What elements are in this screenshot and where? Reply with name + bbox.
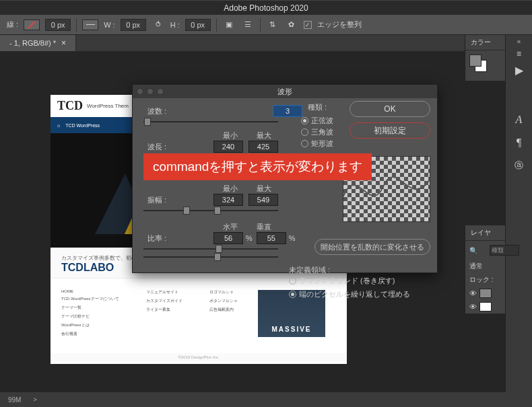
type-square[interactable]: 矩形波	[301, 138, 333, 149]
glyphs-icon[interactable]: ⓐ	[508, 154, 531, 177]
dialog-title: 波形	[133, 87, 437, 97]
lock-row: ロック :	[465, 273, 505, 287]
footer-link: テーマ比較ナビ	[61, 312, 119, 321]
layer-row[interactable]: 👁	[465, 300, 505, 313]
layer-row[interactable]: 👁	[465, 287, 505, 300]
layers-tab[interactable]: レイヤ	[465, 225, 505, 241]
align-edges-label: エッジを整列	[317, 20, 362, 30]
color-panel[interactable]: カラー	[465, 35, 505, 81]
footer-link: HOME	[61, 288, 119, 295]
play-icon[interactable]: ▶	[508, 59, 531, 81]
status-bar: 99M >	[0, 392, 532, 407]
footer-link: テーマ一覧	[61, 303, 119, 312]
generators-field[interactable]: 3	[273, 105, 302, 117]
search-icon[interactable]: 🔍	[469, 247, 477, 254]
blend-mode[interactable]: 通常	[465, 260, 505, 273]
paragraph-icon[interactable]: ¶	[508, 131, 531, 154]
stroke-swatch[interactable]	[24, 20, 40, 30]
layers-panel[interactable]: レイヤ 🔍 通常 ロック : 👁 👁	[465, 225, 505, 313]
generators-label: 波数 :	[141, 106, 172, 116]
right-toolstrip: « ≡ ▶ A ¶ ⓐ	[505, 35, 532, 392]
footer-link: カスタマイズガイド	[146, 297, 182, 305]
document-tab-bar: - 1, RGB/8#) * ×	[0, 35, 532, 51]
home-icon: ⌂	[57, 123, 60, 128]
options-bar: 線 : 0 px W : 0 px ⥀ H : 0 px ▣ ☰ ⇅ ✿ エッジ…	[0, 15, 532, 35]
expand-panels-icon[interactable]: «	[517, 38, 521, 45]
site-tagline: WordPress Them	[87, 103, 129, 109]
dash-style[interactable]	[82, 20, 98, 30]
callout-annotation: commandを押すと表示が変わります	[143, 153, 372, 180]
app-titlebar: Adobe Photoshop 2020	[0, 0, 532, 15]
scale-h[interactable]: 56	[213, 232, 243, 244]
scale-h-slider[interactable]	[143, 248, 278, 250]
generators-slider[interactable]	[143, 121, 278, 122]
eye-icon[interactable]: 👁	[469, 289, 477, 297]
footer-link: ボタンマルシェ	[209, 297, 238, 305]
layer-search[interactable]	[490, 245, 519, 256]
footer-link: 会社概要	[61, 330, 119, 338]
footer-link: WordPressとは	[61, 321, 119, 330]
randomize-button[interactable]: 開始位置を乱数的に変化させる	[314, 239, 430, 255]
amplitude-slider[interactable]	[143, 210, 278, 211]
eye-icon[interactable]: 👁	[469, 303, 477, 311]
dialog-titlebar[interactable]: 波形	[133, 85, 437, 98]
status-chevron-icon[interactable]: >	[33, 396, 36, 403]
vert-header: 垂直	[247, 222, 281, 232]
type-sine[interactable]: 正弦波	[301, 115, 333, 126]
stroke-width-field[interactable]: 0 px	[45, 19, 71, 31]
footer-link: 広告掲載案内	[209, 305, 238, 314]
document-tab-label: - 1, RGB/8#) *	[9, 39, 56, 47]
fg-bg-swatch[interactable]	[469, 54, 487, 72]
wavelength-label: 波長 :	[141, 142, 172, 152]
type-triangle[interactable]: 三角波	[301, 126, 333, 138]
link-icon[interactable]: ⥀	[152, 18, 165, 32]
document-tab[interactable]: - 1, RGB/8#) * ×	[0, 35, 76, 51]
amplitude-min[interactable]: 324	[213, 194, 243, 206]
wavelength-max[interactable]: 425	[248, 141, 278, 153]
type-label: 種類 :	[301, 102, 333, 112]
footer-link: ロゴマルシェ	[209, 288, 238, 297]
amplitude-max[interactable]: 549	[248, 194, 278, 206]
app-title: Adobe Photoshop 2020	[224, 3, 308, 13]
footer-link: TCD WordPressテーマについて	[61, 295, 119, 303]
min-header: 最小	[213, 131, 247, 141]
footer-link: ライター募集	[146, 305, 182, 314]
stroke-label: 線 :	[7, 20, 18, 30]
undef-wrap[interactable]: ラップアラウンド (巻き戻す)	[289, 275, 430, 287]
undef-repeat[interactable]: 端のピクセルを繰り返して埋める	[289, 289, 430, 300]
gear-icon[interactable]: ✿	[285, 18, 298, 32]
max-header: 最大	[247, 131, 281, 141]
copyright: ©2019 DesignPlus Inc.	[51, 353, 347, 361]
horiz-header: 水平	[213, 222, 247, 232]
align-icon[interactable]: ☰	[241, 18, 255, 32]
close-icon[interactable]: ×	[61, 38, 66, 48]
type-tool-icon[interactable]: A	[508, 108, 531, 131]
status-zoom[interactable]: 99M	[8, 396, 21, 404]
scale-label: 比率 :	[141, 233, 172, 244]
color-tab[interactable]: カラー	[465, 35, 505, 50]
align-edges-checkbox[interactable]	[304, 21, 312, 29]
wavelength-min[interactable]: 240	[213, 141, 243, 153]
amplitude-label: 振幅 :	[141, 195, 172, 205]
menu-icon[interactable]: ≡	[517, 49, 521, 59]
svg-line-0	[28, 22, 35, 28]
arrange-icon[interactable]: ⇅	[266, 18, 279, 32]
site-logo: TCD	[57, 99, 83, 113]
width-field[interactable]: 0 px	[121, 19, 146, 31]
width-label: W :	[104, 21, 115, 29]
scale-v[interactable]: 55	[257, 232, 286, 244]
ok-button[interactable]: OK	[350, 101, 430, 117]
path-op-icon[interactable]: ▣	[222, 18, 236, 32]
undefined-label: 未定義領域 :	[289, 265, 430, 275]
height-label: H :	[170, 21, 180, 29]
reset-button[interactable]: 初期設定	[350, 122, 430, 139]
height-field[interactable]: 0 px	[185, 19, 211, 31]
footer-link: マニュアルサイト	[146, 288, 182, 297]
scale-v-slider[interactable]	[143, 256, 278, 258]
